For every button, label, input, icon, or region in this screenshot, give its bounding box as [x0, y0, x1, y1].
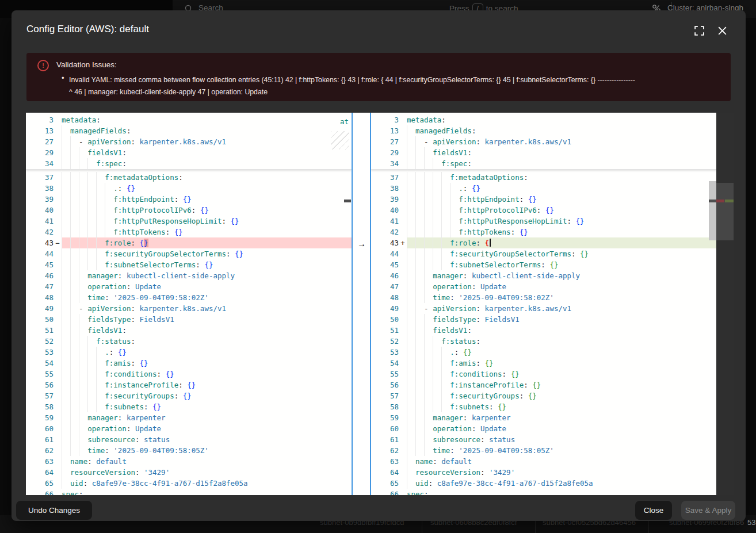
code-text: manager: karpenter	[62, 412, 352, 423]
line-number: 60	[26, 423, 54, 434]
code-text: time: '2025-09-04T09:58:02Z'	[407, 292, 716, 303]
code-line[interactable]: 64 resourceVersion: '3429'	[26, 467, 352, 478]
code-line[interactable]: 51 fieldsV1:	[371, 325, 716, 336]
code-line[interactable]: 45 f:subnetSelectorTerms: {}	[371, 259, 716, 270]
fullscreen-icon[interactable]	[694, 25, 705, 37]
code-line[interactable]: 63 name: default	[371, 456, 716, 467]
sticky-line[interactable]: 27 - apiVersion: karpenter.k8s.aws/v1	[26, 136, 352, 147]
code-line[interactable]: 50 fieldsType: FieldsV1	[26, 314, 352, 325]
code-line[interactable]: 43+ f:role: {	[371, 237, 716, 248]
code-line[interactable]: 57 f:securityGroups: {}	[26, 390, 352, 401]
code-line[interactable]: 37 f:metadataOptions:	[26, 172, 352, 183]
code-line[interactable]: 56 f:instanceProfile: {}	[26, 379, 352, 390]
code-line[interactable]: 49 - apiVersion: karpenter.k8s.aws/v1	[26, 303, 352, 314]
code-line[interactable]: 53 .: {}	[371, 347, 716, 358]
code-text: f:httpEndpoint: {}	[62, 194, 352, 205]
code-line[interactable]: 55 f:conditions: {}	[26, 369, 352, 379]
sticky-line[interactable]: 29 fieldsV1:	[26, 147, 352, 158]
line-number: 44	[26, 248, 54, 259]
code-line[interactable]: 45 f:subnetSelectorTerms: {}	[26, 259, 352, 270]
line-number: 54	[26, 358, 54, 369]
code-text: manager: karpenter	[407, 412, 716, 423]
code-line[interactable]: 49 - apiVersion: karpenter.k8s.aws/v1	[371, 303, 716, 314]
code-line[interactable]: 52 f:status:	[26, 336, 352, 347]
sticky-line[interactable]: 13 managedFields:	[371, 125, 716, 136]
code-line[interactable]: 41 f:httpPutResponseHopLimit: {}	[26, 216, 352, 227]
revert-change-arrow[interactable]: →	[357, 238, 366, 249]
code-line[interactable]: 56 f:instanceProfile: {}	[371, 379, 716, 390]
code-line[interactable]: 46 manager: kubectl-client-side-apply	[371, 270, 716, 281]
close-button[interactable]: Close	[635, 501, 672, 520]
code-line[interactable]: 40 f:httpProtocolIPv6: {}	[26, 205, 352, 216]
overview-ruler-viewport[interactable]	[716, 183, 734, 240]
dialog-title: Config Editor (AWS): default	[26, 24, 149, 35]
code-line[interactable]: 37 f:metadataOptions:	[371, 172, 716, 183]
code-line[interactable]: 66spec:	[371, 489, 716, 495]
code-line[interactable]: 66spec:	[26, 489, 352, 495]
code-text: spec:	[407, 489, 716, 495]
code-line[interactable]: 41 f:httpPutResponseHopLimit: {}	[371, 216, 716, 227]
code-line[interactable]: 64 resourceVersion: '3429'	[371, 467, 716, 478]
code-line[interactable]: 44 f:securityGroupSelectorTerms: {}	[371, 248, 716, 259]
code-line[interactable]: 43− f:role: {}	[26, 237, 352, 248]
error-icon: !	[37, 60, 49, 71]
code-line[interactable]: 54 f:amis: {}	[371, 358, 716, 369]
code-text: operation: Update	[62, 281, 352, 292]
code-line[interactable]: 50 fieldsType: FieldsV1	[371, 314, 716, 325]
code-line[interactable]: 38 .: {}	[26, 183, 352, 194]
code-line[interactable]: 62 time: '2025-09-04T09:58:05Z'	[371, 445, 716, 456]
modified-editor-pane[interactable]: 3metadata:13 managedFields:27 - apiVersi…	[371, 113, 716, 495]
save-apply-button[interactable]: Save & Apply	[681, 501, 735, 520]
code-text: f:spec:	[407, 158, 716, 169]
sticky-line[interactable]: 29 fieldsV1:	[371, 147, 716, 158]
diff-sash[interactable]: →	[352, 113, 371, 495]
close-icon[interactable]	[717, 25, 728, 37]
code-line[interactable]: 61 subresource: status	[371, 434, 716, 445]
code-line[interactable]: 42 f:httpTokens: {}	[26, 227, 352, 237]
original-editor-pane[interactable]: 3metadata:13 managedFields:27 - apiVersi…	[26, 113, 352, 495]
code-line[interactable]: 57 f:securityGroups: {}	[371, 390, 716, 401]
sticky-line[interactable]: 34 f:spec:	[371, 158, 716, 169]
sticky-line[interactable]: 27 - apiVersion: karpenter.k8s.aws/v1	[371, 136, 716, 147]
code-line[interactable]: 65 uid: c8afe97e-38cc-4f91-a767-d15f2a8f…	[26, 478, 352, 489]
code-line[interactable]: 46 manager: kubectl-client-side-apply	[26, 270, 352, 281]
sticky-line[interactable]: 13 managedFields:	[26, 125, 352, 136]
code-line[interactable]: 40 f:httpProtocolIPv6: {}	[371, 205, 716, 216]
code-line[interactable]: 48 time: '2025-09-04T09:58:02Z'	[26, 292, 352, 303]
code-line[interactable]: 61 subresource: status	[26, 434, 352, 445]
code-line[interactable]: 58 f:subnets: {}	[371, 401, 716, 412]
code-line[interactable]: 63 name: default	[26, 456, 352, 467]
code-line[interactable]: 42 f:httpTokens: {}	[371, 227, 716, 237]
sticky-line[interactable]: 34 f:spec:	[26, 158, 352, 169]
code-line[interactable]: 55 f:conditions: {}	[371, 369, 716, 379]
code-line[interactable]: 51 fieldsV1:	[26, 325, 352, 336]
code-line[interactable]: 58 f:subnets: {}	[26, 401, 352, 412]
sticky-line[interactable]: 3metadata:	[26, 114, 352, 125]
code-line[interactable]: 38 .: {}	[371, 183, 716, 194]
code-line[interactable]: 54 f:amis: {}	[26, 358, 352, 369]
line-number: 57	[371, 390, 399, 401]
scrollbar-thumb[interactable]	[709, 181, 716, 240]
line-number: 50	[371, 314, 399, 325]
code-line[interactable]: 59 manager: karpenter	[26, 412, 352, 423]
code-line[interactable]: 60 operation: Update	[26, 423, 352, 434]
code-line[interactable]: 39 f:httpEndpoint: {}	[26, 194, 352, 205]
code-line[interactable]: 39 f:httpEndpoint: {}	[371, 194, 716, 205]
line-number: 43	[371, 237, 399, 248]
validation-message-line2: ^ 46 | manager: kubectl-client-side-appl…	[69, 86, 268, 98]
code-line[interactable]: 53 .: {}	[26, 347, 352, 358]
line-number: 62	[26, 445, 54, 456]
code-line[interactable]: 47 operation: Update	[26, 281, 352, 292]
code-line[interactable]: 65 uid: c8afe97e-38cc-4f91-a767-d15f2a8f…	[371, 478, 716, 489]
code-line[interactable]: 47 operation: Update	[371, 281, 716, 292]
code-line[interactable]: 44 f:securityGroupSelectorTerms: {}	[26, 248, 352, 259]
code-text: f:httpEndpoint: {}	[407, 194, 716, 205]
line-number: 45	[26, 259, 54, 270]
code-line[interactable]: 60 operation: Update	[371, 423, 716, 434]
code-line[interactable]: 48 time: '2025-09-04T09:58:02Z'	[371, 292, 716, 303]
undo-changes-button[interactable]: Undo Changes	[16, 501, 92, 520]
code-line[interactable]: 52 f:status:	[371, 336, 716, 347]
sticky-line[interactable]: 3metadata:	[371, 114, 716, 125]
code-line[interactable]: 59 manager: karpenter	[371, 412, 716, 423]
code-line[interactable]: 62 time: '2025-09-04T09:58:05Z'	[26, 445, 352, 456]
